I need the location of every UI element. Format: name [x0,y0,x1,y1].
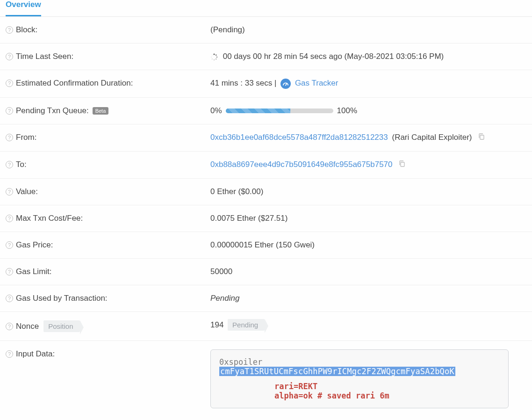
svg-point-2 [216,56,217,57]
spinner-icon [210,53,218,61]
svg-point-0 [214,53,215,55]
progress-fill [226,109,290,113]
svg-line-8 [286,83,287,85]
from-address-link[interactable]: 0xcb36b1ee0af68dce5578a487ff2da812825122… [210,133,388,142]
svg-point-7 [212,55,212,55]
svg-rect-10 [401,162,404,167]
tab-bar: Overview [0,0,532,17]
value-max-fee: 0.0075 Ether ($27.51) [210,214,288,223]
label-nonce: Nonce [16,322,39,331]
value-block: (Pending) [210,25,245,34]
label-est-confirmation: Estimated Confirmation Duration: [16,79,133,88]
label-max-fee: Max Txn Cost/Fee: [16,214,83,223]
svg-point-1 [216,54,217,56]
position-status-chip: Pending [228,319,265,331]
copy-icon[interactable] [478,133,485,143]
help-icon[interactable]: ? [6,80,13,87]
queue-right-label: 100% [337,106,357,116]
label-gas-limit: Gas Limit: [16,267,52,276]
value-gas-limit: 50000 [210,267,232,276]
value-nonce: 194 [210,320,223,329]
value-est-duration: 41 mins : 33 secs [210,79,272,87]
row-gas-used: ? Gas Used by Transaction: Pending [0,285,532,312]
help-icon[interactable]: ? [6,323,13,330]
label-gas-price: Gas Price: [16,240,53,250]
svg-rect-9 [480,135,484,139]
help-icon[interactable]: ? [6,161,13,168]
help-icon[interactable]: ? [6,107,13,115]
row-est-confirmation: ? Estimated Confirmation Duration: 41 mi… [0,70,532,98]
queue-left-label: 0% [210,106,222,116]
help-icon[interactable]: ? [6,215,13,222]
position-chip: Position [43,320,79,332]
svg-point-6 [211,57,212,58]
value-gas-price: 0.00000015 Ether (150 Gwei) [210,240,315,249]
row-from: ? From: 0xcb36b1ee0af68dce5578a487ff2da8… [0,124,532,152]
svg-point-5 [212,58,213,59]
gas-tracker-link[interactable]: Gas Tracker [295,79,338,87]
decoded-line-1: rari=REKT [274,382,500,391]
help-icon[interactable]: ? [6,134,13,141]
help-icon[interactable]: ? [6,188,13,196]
row-gas-price: ? Gas Price: 0.00000015 Ether (150 Gwei) [0,232,532,259]
help-icon[interactable]: ? [6,268,13,275]
label-gas-used: Gas Used by Transaction: [16,294,108,303]
separator: | [274,79,279,87]
label-time-last-seen: Time Last Seen: [16,52,73,61]
help-icon[interactable]: ? [6,295,13,302]
to-address-link[interactable]: 0xb88a8697eee4d9c7b5091649e8fc955a675b75… [210,160,393,169]
label-value: Value: [16,187,38,196]
label-pending-queue: Pending Txn Queue: [16,106,89,116]
help-icon[interactable]: ? [6,350,13,358]
svg-point-3 [216,58,216,59]
pending-queue-progress [226,109,333,113]
help-icon[interactable]: ? [6,53,13,60]
tab-overview[interactable]: Overview [6,0,41,16]
row-time-last-seen: ? Time Last Seen: 00 days 00 hr 28 min 5… [0,43,532,70]
beta-badge: Beta [93,107,109,115]
copy-icon[interactable] [398,160,406,170]
from-address-tag: (Rari Capital Exploiter) [392,133,472,142]
value-gas-used: Pending [210,294,239,303]
row-gas-limit: ? Gas Limit: 50000 [0,259,532,285]
help-icon[interactable]: ? [6,26,13,34]
row-value: ? Value: 0 Ether ($0.00) [0,179,532,205]
input-data-base64: cmFyaT1SRUtUCmFscGhhPW9rICMgc2F2ZWQgcmFy… [219,367,455,376]
value-value: 0 Ether ($0.00) [210,187,263,196]
gauge-icon [280,79,291,89]
row-block: ? Block: (Pending) [0,17,532,43]
row-input-data: ? Input Data: 0xspoiler cmFyaT1SRUtUCmFs… [0,341,532,417]
input-data-prefix: 0xspoiler [219,357,262,367]
row-to: ? To: 0xb88a8697eee4d9c7b5091649e8fc955a… [0,152,532,179]
value-time-last-seen: 00 days 00 hr 28 min 54 secs ago (May-08… [223,52,444,61]
label-to: To: [16,160,27,169]
label-input-data: Input Data: [16,349,55,359]
input-data-box[interactable]: 0xspoiler cmFyaT1SRUtUCmFscGhhPW9rICMgc2… [210,349,509,408]
help-icon[interactable]: ? [6,241,13,249]
row-max-fee: ? Max Txn Cost/Fee: 0.0075 Ether ($27.51… [0,205,532,232]
row-pending-queue: ? Pending Txn Queue: Beta 0% 100% [0,98,532,124]
row-nonce: ? Nonce Position 194 Pending [0,312,532,341]
decoded-line-2: alpha=ok # saved rari 6m [274,391,500,400]
svg-point-4 [214,59,215,60]
label-from: From: [16,133,36,142]
label-block: Block: [16,25,37,35]
